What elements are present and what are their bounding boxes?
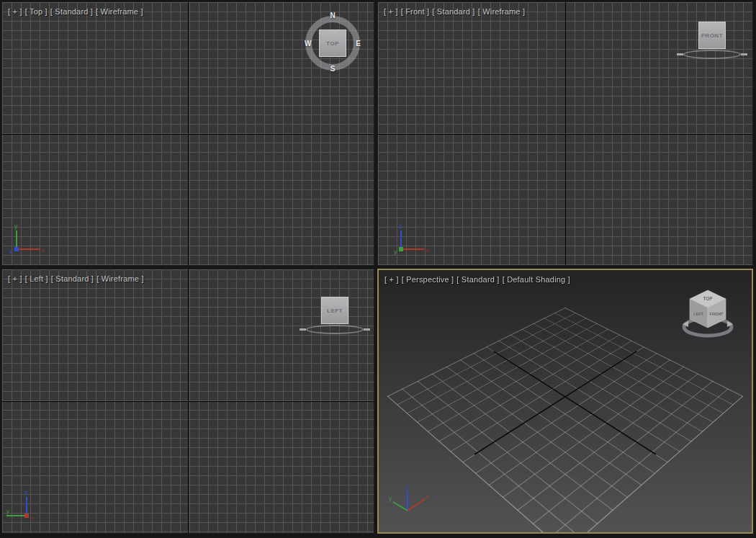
viewcube[interactable]: N E S W TOP [305, 16, 360, 71]
viewcube-face-top-label: TOP [703, 296, 713, 301]
pov-menu[interactable]: [ Perspective ] [402, 275, 454, 284]
viewcube-compass-ring[interactable] [683, 50, 741, 59]
compass-tick-west [677, 53, 683, 55]
shading-menu[interactable]: [ Default Shading ] [503, 275, 570, 284]
general-menu[interactable]: [ + ] [8, 274, 22, 283]
viewcube[interactable]: FRONT [682, 18, 742, 64]
world-y-axis-line [474, 351, 637, 454]
general-menu[interactable]: [ + ] [8, 7, 22, 16]
compass-north[interactable]: N [330, 12, 335, 19]
svg-text:y: y [389, 495, 392, 502]
viewport-left[interactable]: [ + ] [ Left ] [ Standard ] [ Wireframe … [1, 269, 374, 534]
compass-tick-east [741, 53, 747, 55]
svg-text:x: x [41, 246, 45, 254]
svg-text:z: z [405, 485, 409, 492]
viewport-top[interactable]: [ + ] [ Top ] [ Standard ] [ Wireframe ]… [1, 1, 374, 266]
svg-text:z: z [399, 223, 402, 230]
axis-tripod: z x y [389, 485, 429, 521]
compass-east[interactable]: E [356, 40, 361, 48]
axis-tripod: y x z [8, 222, 45, 256]
viewcube-face-front[interactable]: FRONT [698, 22, 726, 49]
viewport-label-perspective: [ + ] [ Perspective ] [ Standard ] [ Def… [384, 275, 570, 284]
renderer-menu[interactable]: [ Standard ] [51, 274, 94, 283]
shading-menu[interactable]: [ Wireframe ] [96, 7, 143, 16]
general-menu[interactable]: [ + ] [384, 7, 398, 16]
viewport-label-left: [ + ] [ Left ] [ Standard ] [ Wireframe … [8, 274, 144, 283]
world-y-axis-line [2, 401, 374, 402]
pov-menu[interactable]: [ Front ] [401, 7, 430, 16]
pov-menu[interactable]: [ Top ] [25, 7, 48, 16]
viewcube[interactable]: LEFT [305, 293, 365, 339]
general-menu[interactable]: [ + ] [384, 275, 399, 284]
shading-menu[interactable]: [ Wireframe ] [478, 7, 526, 16]
viewport-quad-layout: [ + ] [ Top ] [ Standard ] [ Wireframe ]… [0, 0, 756, 538]
svg-text:y: y [6, 508, 9, 514]
world-x-axis-line [378, 134, 752, 135]
svg-text:z: z [24, 489, 28, 496]
renderer-menu[interactable]: [ Standard ] [432, 7, 474, 16]
shading-menu[interactable]: [ Wireframe ] [96, 274, 144, 283]
svg-text:z: z [9, 248, 12, 255]
world-x-axis-line [493, 351, 656, 454]
viewcube-face-top[interactable]: TOP [319, 30, 346, 57]
compass-tick-west [300, 328, 306, 331]
viewport-perspective[interactable]: [ + ] [ Perspective ] [ Standard ] [ Def… [377, 269, 753, 534]
viewcube[interactable]: TOP LEFT FRONT [682, 286, 734, 341]
svg-text:x: x [31, 515, 34, 521]
viewcube-face-left-label: LEFT [693, 312, 703, 316]
compass-south[interactable]: S [330, 65, 336, 73]
svg-text:y: y [14, 223, 18, 230]
viewcube-face-left[interactable]: LEFT [321, 297, 348, 324]
compass-tick-east [364, 328, 370, 331]
renderer-menu[interactable]: [ Standard ] [456, 275, 499, 284]
axis-tripod: z x y [392, 222, 430, 256]
axis-tripod: z y x [5, 488, 42, 523]
renderer-menu[interactable]: [ Standard ] [50, 7, 93, 16]
world-x-axis-line [2, 134, 374, 135]
viewcube-compass-ring[interactable] [306, 325, 364, 334]
svg-text:x: x [426, 246, 429, 254]
svg-text:y: y [394, 248, 397, 255]
viewcube-face-front-label: FRONT [710, 312, 724, 316]
viewport-label-top: [ + ] [ Top ] [ Standard ] [ Wireframe ] [8, 7, 143, 16]
viewport-front[interactable]: [ + ] [ Front ] [ Standard ] [ Wireframe… [377, 1, 753, 266]
compass-west[interactable]: W [305, 40, 311, 48]
pov-menu[interactable]: [ Left ] [25, 274, 48, 283]
home-grid [387, 308, 744, 534]
svg-text:x: x [426, 493, 429, 500]
viewport-label-front: [ + ] [ Front ] [ Standard ] [ Wireframe… [384, 7, 525, 16]
